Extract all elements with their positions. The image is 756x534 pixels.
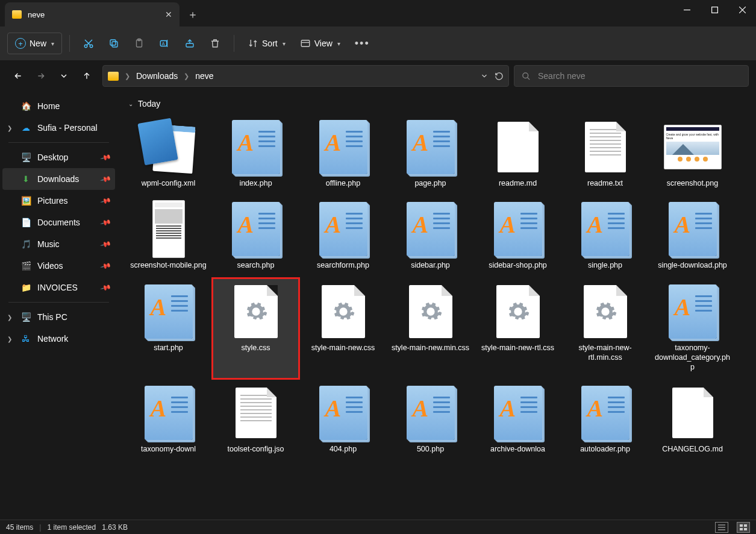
file-thumbnail: A — [576, 384, 634, 442]
refresh-icon[interactable] — [495, 72, 504, 81]
file-item[interactable]: Asearch.php — [212, 195, 299, 277]
file-name: CHANGELOG.md — [662, 444, 723, 454]
file-name: single.php — [588, 260, 622, 270]
sidebar-this-pc[interactable]: ❯ 🖥️ This PC — [2, 306, 115, 328]
more-button[interactable]: ••• — [349, 33, 376, 54]
file-item[interactable]: Aindex.php — [212, 113, 299, 195]
file-item[interactable]: Create and grow your website fast, with … — [649, 113, 736, 195]
search-box[interactable] — [514, 65, 749, 87]
svg-rect-26 — [744, 528, 747, 530]
sidebar: 🏠 Home ❯ ☁ Sufia - Personal 🖥️ Desktop 📌… — [0, 92, 117, 520]
chevron-right-icon[interactable]: ❯ — [7, 314, 12, 321]
nav-back[interactable] — [7, 65, 29, 87]
file-thumbnail: A — [402, 118, 460, 176]
file-item[interactable]: Asidebar.php — [387, 195, 474, 277]
file-item[interactable]: readme.md — [474, 113, 561, 195]
sidebar-home[interactable]: 🏠 Home — [2, 95, 115, 117]
sidebar-label: Documents — [37, 218, 80, 227]
cut-button[interactable] — [77, 33, 100, 54]
folder-icon — [12, 10, 22, 19]
toolbar: + New ▾ A Sort ▾ View ▾ ••• — [0, 27, 756, 60]
icons-view-button[interactable] — [737, 522, 750, 533]
file-item[interactable]: Asidebar-shop.php — [474, 195, 561, 277]
file-item[interactable]: style.css — [212, 278, 299, 380]
file-thumbnail: A — [140, 283, 198, 341]
nav-row: ❯ Downloads ❯ neve — [0, 60, 756, 92]
tab-close-icon[interactable]: ✕ — [165, 10, 172, 19]
sidebar-label: Pictures — [37, 196, 68, 206]
rename-button[interactable]: A — [153, 33, 176, 54]
sort-button[interactable]: Sort ▾ — [242, 33, 292, 54]
chevron-right-icon[interactable]: ❯ — [7, 336, 12, 342]
new-button[interactable]: + New ▾ — [7, 33, 62, 54]
file-item[interactable]: CHANGELOG.md — [649, 379, 736, 461]
sidebar-network[interactable]: ❯ 🖧 Network — [2, 328, 115, 350]
file-name: screenshot-mobile.png — [130, 260, 206, 270]
pin-icon: 📌 — [100, 195, 112, 207]
view-button[interactable]: View ▾ — [294, 33, 346, 54]
file-item[interactable]: Ataxonomy-downl — [125, 379, 212, 461]
sidebar-videos[interactable]: 🎬 Videos 📌 — [2, 255, 115, 277]
breadcrumb-item[interactable]: Downloads — [136, 71, 178, 81]
nav-up[interactable] — [76, 65, 98, 87]
file-item[interactable]: toolset-config.jso — [212, 379, 299, 461]
nav-recent[interactable] — [53, 65, 75, 87]
copy-button[interactable] — [102, 33, 125, 54]
file-item[interactable]: Apage.php — [387, 113, 474, 195]
sidebar-onedrive[interactable]: ❯ ☁ Sufia - Personal — [2, 117, 115, 139]
share-button[interactable] — [178, 33, 201, 54]
details-view-button[interactable] — [715, 522, 728, 533]
breadcrumb-item[interactable]: neve — [195, 71, 213, 81]
sort-icon — [248, 38, 258, 49]
file-item[interactable]: A500.php — [387, 379, 474, 461]
sidebar-downloads[interactable]: ⬇ Downloads 📌 — [2, 168, 115, 190]
svg-text:A: A — [162, 41, 165, 46]
window-maximize[interactable] — [701, 0, 728, 19]
sidebar-label: INVOICES — [37, 283, 78, 292]
pin-icon: 📌 — [100, 216, 112, 228]
file-item[interactable]: style-main-new.min.css — [387, 278, 474, 380]
sidebar-invoices[interactable]: 📁 INVOICES 📌 — [2, 277, 115, 298]
search-input[interactable] — [538, 71, 741, 81]
chevron-right-icon[interactable]: ❯ — [7, 125, 12, 131]
file-item[interactable]: Asingle-download.php — [649, 195, 736, 277]
new-tab-button[interactable]: ＋ — [180, 2, 206, 27]
file-item[interactable]: Ataxonomy-download_category.php — [649, 278, 736, 380]
file-item[interactable]: Asingle.php — [561, 195, 649, 277]
file-item[interactable]: style-main-new-rtl.min.css — [561, 278, 649, 380]
file-item[interactable]: Aautoloader.php — [561, 379, 649, 461]
file-item[interactable]: style-main-new-rtl.css — [474, 278, 561, 380]
file-item[interactable]: screenshot-mobile.png — [125, 195, 212, 277]
file-item[interactable]: readme.txt — [561, 113, 649, 195]
paste-button[interactable] — [128, 33, 151, 54]
sidebar-documents[interactable]: 📄 Documents 📌 — [2, 212, 115, 233]
window-minimize[interactable] — [673, 0, 701, 19]
delete-button[interactable] — [204, 33, 226, 54]
file-item[interactable]: A404.php — [299, 379, 387, 461]
file-item[interactable]: wpml-config.xml — [125, 113, 212, 195]
sidebar-music[interactable]: 🎵 Music 📌 — [2, 233, 115, 255]
address-bar[interactable]: ❯ Downloads ❯ neve — [102, 65, 509, 87]
file-name: sidebar-shop.php — [489, 260, 547, 270]
chevron-down-icon[interactable] — [480, 72, 489, 80]
sidebar-label: Sufia - Personal — [37, 123, 98, 133]
svg-rect-1 — [711, 7, 717, 13]
tab-current[interactable]: neve ✕ — [5, 2, 180, 27]
window-close[interactable] — [728, 0, 756, 19]
file-item[interactable]: Aarchive-downloa — [474, 379, 561, 461]
file-thumbnail — [227, 384, 285, 442]
sidebar-pictures[interactable]: 🖼️ Pictures 📌 — [2, 190, 115, 212]
sort-label: Sort — [262, 39, 278, 48]
file-item[interactable]: Asearchform.php — [299, 195, 387, 277]
file-item[interactable]: Aoffline.php — [299, 113, 387, 195]
search-icon — [522, 72, 531, 81]
file-item[interactable]: style-main-new.css — [299, 278, 387, 380]
file-area[interactable]: ⌄ Today wpml-config.xmlAindex.phpAofflin… — [117, 92, 756, 520]
nav-forward[interactable] — [30, 65, 52, 87]
network-icon: 🖧 — [20, 333, 31, 344]
file-item[interactable]: Astart.php — [125, 278, 212, 380]
file-thumbnail — [402, 283, 460, 341]
file-thumbnail: A — [576, 200, 634, 258]
group-header[interactable]: ⌄ Today — [122, 96, 756, 113]
sidebar-desktop[interactable]: 🖥️ Desktop 📌 — [2, 146, 115, 168]
